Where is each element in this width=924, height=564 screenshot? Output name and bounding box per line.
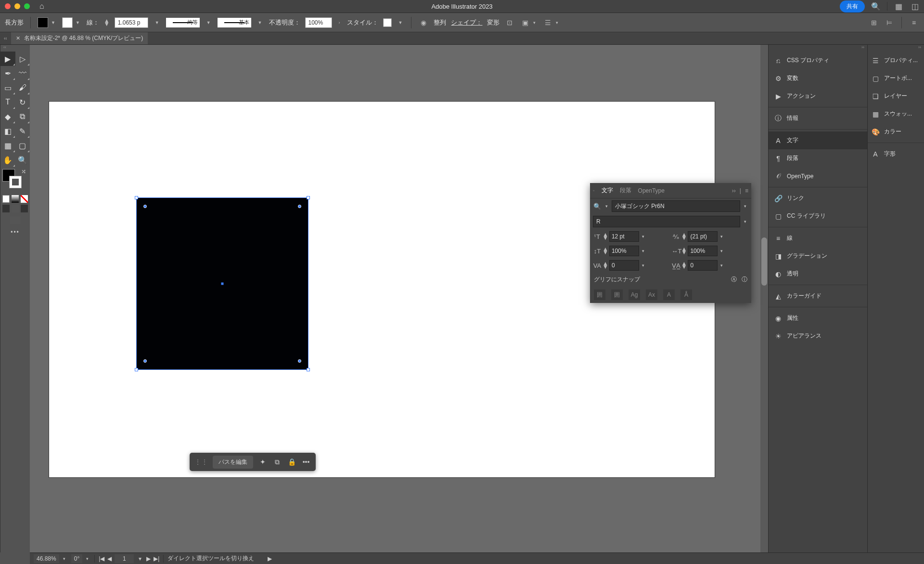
transform-link[interactable]: 変形 xyxy=(487,18,500,27)
gradient-mode-icon[interactable] xyxy=(12,195,19,203)
sidebar-item-character[interactable]: A文字 xyxy=(769,131,867,149)
close-window-button[interactable] xyxy=(5,3,11,9)
sidebar-item-swatches[interactable]: ▦スウォッ... xyxy=(868,105,924,123)
chevron-down-icon[interactable]: ▼ xyxy=(256,20,264,25)
curvature-tool[interactable]: 〰 xyxy=(15,66,30,80)
chevron-down-icon[interactable]: ▼ xyxy=(153,20,161,25)
hscale-input[interactable] xyxy=(688,246,718,256)
drag-handle-icon[interactable]: ⋮⋮ xyxy=(194,458,208,466)
gradient-tool[interactable]: ▦ xyxy=(0,138,15,153)
toolbox-collapse-icon[interactable]: ‹‹ xyxy=(0,45,30,52)
rotate-tool[interactable]: ↻ xyxy=(15,95,30,109)
kerning-input[interactable] xyxy=(609,260,639,271)
generate-icon[interactable]: ✦ xyxy=(258,458,268,466)
chevron-down-icon[interactable]: ▾ xyxy=(742,219,748,224)
sidebar-item-paragraph[interactable]: ¶段落 xyxy=(769,149,867,167)
leading-input[interactable] xyxy=(688,231,718,242)
first-artboard-icon[interactable]: |◀ xyxy=(99,555,104,562)
sidebar-item-stroke[interactable]: ≡線 xyxy=(769,229,867,247)
tab-opentype[interactable]: OpenType xyxy=(638,187,665,194)
chevron-down-icon[interactable]: ▾ xyxy=(84,556,90,561)
screen-mode-icon[interactable] xyxy=(10,216,21,224)
chevron-down-icon[interactable]: ▾ xyxy=(603,204,610,209)
chevron-down-icon[interactable]: ▾ xyxy=(554,20,560,25)
sidebar-item-appearance[interactable]: ☀アピアランス xyxy=(769,327,867,345)
sidebar-item-glyphs[interactable]: A字形 xyxy=(868,145,924,163)
close-tab-icon[interactable]: ✕ xyxy=(16,35,20,41)
sidebar-item-variables[interactable]: ⚙変数 xyxy=(769,69,867,87)
prev-artboard-icon[interactable]: ◀ xyxy=(107,555,112,562)
leading-stepper[interactable]: ▲▼ xyxy=(681,233,687,240)
search-icon[interactable]: 🔍 xyxy=(593,203,602,210)
collapse-panel-icon[interactable]: ›› xyxy=(769,45,867,52)
sidebar-item-color[interactable]: 🎨カラー xyxy=(868,123,924,141)
stroke-color-swatch[interactable] xyxy=(9,176,22,188)
vertical-scrollbar[interactable] xyxy=(760,45,768,552)
more-icon[interactable]: ••• xyxy=(301,458,311,466)
edit-toolbar-icon[interactable]: ••• xyxy=(0,225,30,239)
maximize-window-button[interactable] xyxy=(24,3,30,9)
hscale-stepper[interactable]: ▲▼ xyxy=(681,248,687,254)
sidebar-item-css[interactable]: ⎌CSS プロパティ xyxy=(769,52,867,69)
vscale-stepper[interactable]: ▲▼ xyxy=(603,248,608,254)
sidebar-item-colorguide[interactable]: ◭カラーガイド xyxy=(769,287,867,305)
direct-selection-tool[interactable]: ▷ xyxy=(15,52,30,66)
chevron-down-icon[interactable]: ▾ xyxy=(719,249,725,253)
hand-tool[interactable]: ✋ xyxy=(0,153,15,167)
chevron-down-icon[interactable]: ▼ xyxy=(205,20,213,25)
edit-path-button[interactable]: パスを編集 xyxy=(213,456,253,469)
tracking-input[interactable] xyxy=(688,260,718,271)
brush-definition-dropdown[interactable]: 基本 xyxy=(218,18,251,27)
stroke-profile-dropdown[interactable]: 均等 xyxy=(166,18,200,27)
opacity-input[interactable] xyxy=(305,17,332,28)
chevron-down-icon[interactable]: ▾ xyxy=(137,555,143,562)
sidebar-item-properties[interactable]: ☰プロパティ... xyxy=(868,52,924,69)
shape-builder-tool[interactable]: ◆ xyxy=(0,109,15,124)
glyph-snap-option-5[interactable]: A xyxy=(663,289,675,300)
collapse-panel-icon[interactable]: ›› xyxy=(732,187,736,194)
zoom-tool[interactable]: 🔍 xyxy=(15,153,30,167)
paintbrush-tool[interactable]: 🖌 xyxy=(15,80,30,95)
info-icon[interactable]: ⓘ xyxy=(742,275,747,284)
type-tool[interactable]: T xyxy=(0,95,15,109)
panel-menu-icon[interactable]: ≡ xyxy=(909,19,919,26)
sidebar-item-libraries[interactable]: ▢CC ライブラリ xyxy=(769,207,867,225)
glyph-snap-option-1[interactable]: 囲 xyxy=(594,289,605,300)
select-similar-icon[interactable]: ☰ xyxy=(542,19,553,26)
minimize-window-button[interactable] xyxy=(14,3,20,9)
fill-stroke-control[interactable]: ⤭ xyxy=(0,167,30,194)
blend-mode-icon[interactable]: ▣ xyxy=(520,19,530,26)
isolate-icon[interactable]: ⊡ xyxy=(504,19,515,26)
glyph-snap-option-4[interactable]: Ax xyxy=(646,289,657,300)
font-size-stepper[interactable]: ▲▼ xyxy=(603,233,608,240)
ungroup-icon[interactable]: ⧉ xyxy=(272,458,282,466)
collapse-left-icon[interactable]: ‹‹ xyxy=(0,36,11,41)
collapse-panel-icon[interactable]: ›› xyxy=(868,45,924,52)
glyph-snap-option-2[interactable]: 囲 xyxy=(611,289,623,300)
document-tab[interactable]: ✕ 名称未設定-2* @ 46.88 % (CMYK/プレビュー) xyxy=(11,32,148,44)
kerning-stepper[interactable]: ▲▼ xyxy=(603,262,608,269)
recolor-icon[interactable]: ◉ xyxy=(418,19,429,26)
rotation-input[interactable]: 0° xyxy=(71,554,82,563)
sidebar-item-layers[interactable]: ❏レイヤー xyxy=(868,87,924,105)
chevron-down-icon[interactable]: ▾ xyxy=(719,263,725,268)
font-size-input[interactable] xyxy=(609,231,639,242)
chevron-down-icon[interactable]: ▼ xyxy=(49,20,57,25)
align-link[interactable]: 整列 xyxy=(434,18,446,27)
sidebar-item-transparency[interactable]: ◐透明 xyxy=(769,265,867,283)
font-style-input[interactable] xyxy=(593,216,740,227)
stroke-width-input[interactable] xyxy=(115,17,148,28)
chevron-down-icon[interactable]: ▾ xyxy=(742,204,748,209)
pen-tool[interactable]: ✒ xyxy=(0,66,15,80)
fill-swatch[interactable] xyxy=(38,17,48,28)
chevron-down-icon[interactable]: ▾ xyxy=(719,234,725,239)
tracking-stepper[interactable]: ▲▼ xyxy=(681,262,687,269)
panel-grip-icon[interactable]: ◦ xyxy=(593,188,595,193)
swap-fill-stroke-icon[interactable]: ⤭ xyxy=(21,168,26,175)
chevron-down-icon[interactable]: ▾ xyxy=(640,234,646,239)
rectangle-tool[interactable]: ▭ xyxy=(0,80,15,95)
width-tool[interactable]: ⧉ xyxy=(15,109,30,124)
none-mode-icon[interactable] xyxy=(21,195,28,203)
sidebar-item-info[interactable]: ⓘ情報 xyxy=(769,109,867,127)
home-icon[interactable]: ⌂ xyxy=(39,2,44,11)
